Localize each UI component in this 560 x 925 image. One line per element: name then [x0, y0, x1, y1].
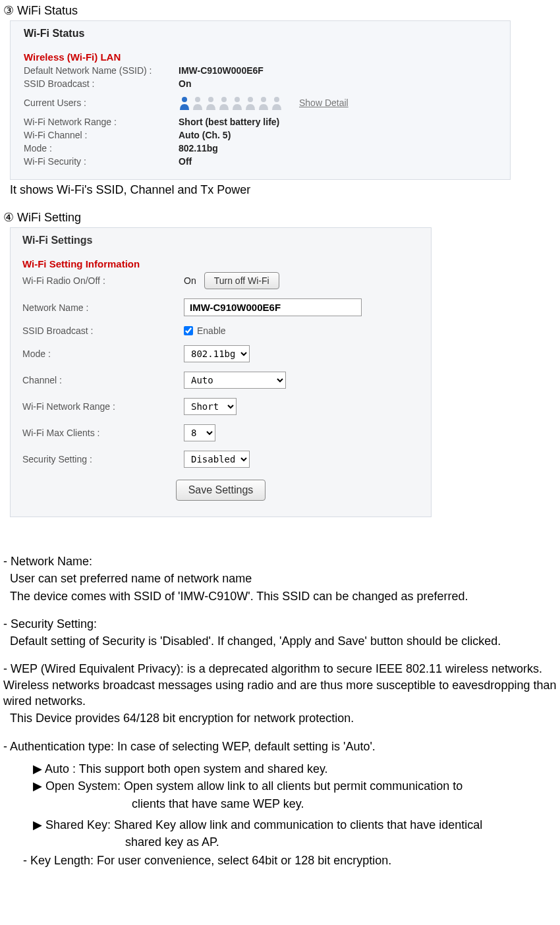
setting-range-row: Wi-Fi Network Range : Short [22, 398, 419, 415]
mode-row: Mode : 802.11bg [24, 143, 497, 154]
net-name-heading: - Network Name: [3, 553, 557, 569]
section-3-title: ③ WiFi Status [3, 3, 560, 18]
wep-line1: - WEP (Wired Equivalent Privacy): is a d… [3, 661, 557, 709]
shared-bullet-2: shared key as AP. [3, 834, 557, 850]
svg-point-1 [195, 97, 200, 102]
turn-off-wifi-button[interactable]: Turn off Wi-Fi [204, 272, 279, 289]
auto-bullet: ▶ Auto : This support both open system a… [3, 761, 557, 777]
range-label: Wi-Fi Network Range : [24, 117, 179, 127]
max-clients-select[interactable]: 8 [184, 424, 215, 441]
section-3-num: ③ [3, 4, 14, 17]
security-heading: - Security Setting: [3, 616, 557, 632]
svg-point-6 [261, 97, 266, 102]
key-length: - Key Length: For user convenience, sele… [3, 853, 557, 868]
mode-select[interactable]: 802.11bg [184, 345, 250, 362]
ssid-broadcast-enable: Enable [197, 325, 226, 336]
ssid-row: Default Network Name (SSID) : IMW-C910W0… [24, 65, 497, 76]
max-clients-label: Wi-Fi Max Clients : [22, 428, 184, 438]
setting-range-label: Wi-Fi Network Range : [22, 401, 184, 412]
user-icon-inactive [205, 96, 217, 110]
svg-point-2 [208, 97, 213, 102]
wifi-settings-panel: Wi-Fi Settings Wi-Fi Setting Information… [10, 227, 432, 517]
network-name-label: Network Name : [22, 302, 184, 313]
ssid-label: Default Network Name (SSID) : [24, 65, 179, 76]
user-icon-active [179, 96, 190, 110]
security-setting-row: Security Setting : Disabled [22, 451, 419, 468]
radio-value: On [184, 275, 196, 286]
security-row: Wi-Fi Security : Off [24, 156, 497, 167]
channel-value: Auto (Ch. 5) [179, 130, 231, 140]
show-detail-link[interactable]: Show Detail [299, 98, 349, 108]
user-icon-inactive [244, 96, 256, 110]
shared-bullet-1: ▶ Shared Key: Shared Key allow link and … [3, 817, 557, 833]
users-icons-group [179, 96, 283, 110]
broadcast-row: SSID Broadcast : On [24, 78, 497, 89]
setting-mode-row: Mode : 802.11bg [22, 345, 419, 362]
open-bullet-2: clients that have same WEP key. [3, 796, 557, 812]
radio-label: Wi-Fi Radio On/Off : [22, 275, 184, 286]
ssid-value: IMW-C910W000E6F [179, 65, 264, 76]
save-settings-button[interactable]: Save Settings [176, 480, 266, 501]
save-row: Save Settings [22, 480, 419, 501]
setting-channel-label: Channel : [22, 375, 184, 385]
security-value: Off [179, 156, 192, 167]
wifi-settings-subheader: Wi-Fi Setting Information [22, 258, 419, 269]
broadcast-label: SSID Broadcast : [24, 78, 179, 89]
wep-line2: This Device provides 64/128 bit encrypti… [3, 710, 557, 726]
network-name-row: Network Name : [22, 298, 419, 316]
status-caption: It shows Wi-Fi's SSID, Channel and Tx Po… [10, 183, 550, 197]
ssid-broadcast-checkbox[interactable] [184, 326, 193, 335]
svg-point-5 [248, 97, 253, 102]
doc-text: - Network Name: User can set preferred n… [3, 553, 557, 869]
svg-point-4 [235, 97, 240, 102]
radio-row: Wi-Fi Radio On/Off : On Turn off Wi-Fi [22, 272, 419, 289]
auth-heading: - Authentication type: In case of select… [3, 739, 557, 754]
setting-channel-row: Channel : Auto [22, 372, 419, 389]
broadcast-value: On [179, 78, 191, 89]
security-setting-label: Security Setting : [22, 454, 184, 464]
ssid-broadcast-label: SSID Broadcast : [22, 325, 184, 336]
mode-value: 802.11bg [179, 143, 218, 154]
user-icon-inactive [271, 96, 283, 110]
svg-point-3 [221, 97, 227, 102]
network-name-input[interactable] [184, 298, 362, 316]
users-label: Current Users : [24, 98, 179, 108]
open-bullet-1: ▶ Open System: Open system allow link to… [3, 778, 557, 794]
security-select[interactable]: Disabled [184, 451, 250, 468]
svg-point-0 [182, 97, 187, 102]
security-label: Wi-Fi Security : [24, 156, 179, 167]
channel-label: Wi-Fi Channel : [24, 130, 179, 140]
channel-select[interactable]: Auto [184, 372, 286, 389]
wifi-settings-header: Wi-Fi Settings [22, 235, 419, 246]
net-name-line2: The device comes with SSID of 'IMW-C910W… [3, 588, 557, 604]
users-row: Current Users : [24, 96, 497, 110]
wifi-status-header: Wi-Fi Status [24, 28, 497, 40]
user-icon-inactive [192, 96, 204, 110]
setting-mode-label: Mode : [22, 349, 184, 359]
section-4-title: ④ WiFi Setting [3, 210, 560, 225]
range-row: Wi-Fi Network Range : Short (best batter… [24, 117, 497, 127]
mode-label: Mode : [24, 143, 179, 154]
net-name-line1: User can set preferred name of network n… [3, 571, 557, 586]
wifi-status-panel: Wi-Fi Status Wireless (Wi-Fi) LAN Defaul… [10, 20, 511, 180]
svg-point-7 [274, 97, 279, 102]
wifi-status-subheader: Wireless (Wi-Fi) LAN [24, 51, 497, 63]
section-4-num: ④ [3, 211, 14, 224]
user-icon-inactive [218, 96, 230, 110]
ssid-broadcast-row: SSID Broadcast : Enable [22, 325, 419, 336]
max-clients-row: Wi-Fi Max Clients : 8 [22, 424, 419, 441]
channel-row: Wi-Fi Channel : Auto (Ch. 5) [24, 130, 497, 140]
security-line1: Default setting of Security is 'Disabled… [3, 633, 557, 649]
section-4-text: WiFi Setting [17, 211, 81, 224]
user-icon-inactive [231, 96, 243, 110]
section-3-text: WiFi Status [17, 4, 78, 17]
range-value: Short (best battery life) [179, 117, 279, 127]
user-icon-inactive [258, 96, 269, 110]
range-select[interactable]: Short [184, 398, 237, 415]
